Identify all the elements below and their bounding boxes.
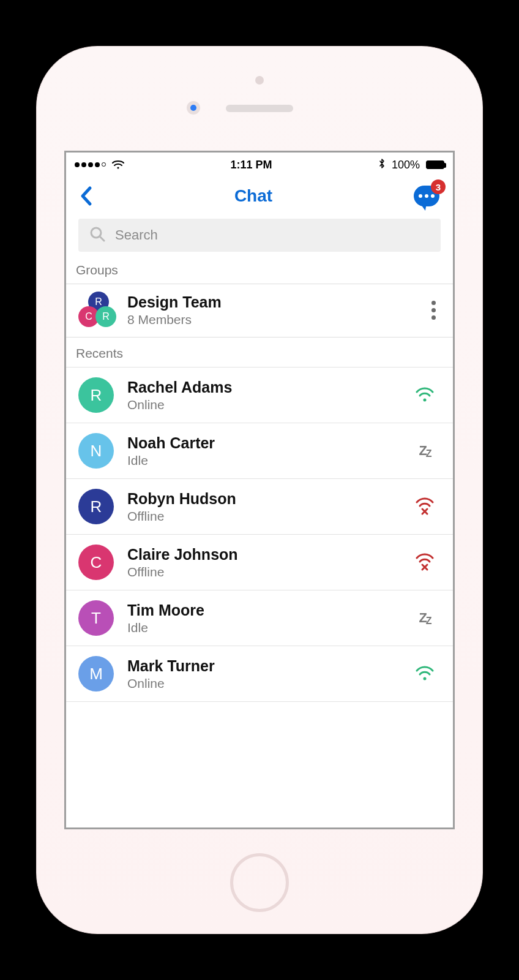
group-avatar: R [95,306,116,327]
home-button[interactable] [230,853,289,912]
contact-row[interactable]: NNoah CarterIdleZZ [66,423,453,479]
status-online-icon [414,666,436,682]
contacts-list: RRachel AdamsOnlineNNoah CarterIdleZZRRo… [66,367,453,702]
svg-line-2 [100,236,104,241]
contact-row[interactable]: MMark TurnerOnline [66,646,453,702]
contact-status: Online [127,398,414,412]
contact-row[interactable]: RRobyn HudsonOffline [66,479,453,535]
messages-button[interactable]: 3 [414,186,439,206]
status-idle-icon: ZZ [414,610,436,627]
contact-name: Robyn Hudson [127,490,414,508]
more-options-button[interactable] [428,297,439,323]
contact-row[interactable]: RRachel AdamsOnline [66,367,453,423]
avatar: M [78,656,114,692]
group-members: 8 Members [127,312,428,327]
svg-point-0 [117,167,119,168]
page-title: Chat [234,186,272,206]
avatar: R [78,377,114,413]
contact-row[interactable]: CClaire JohnsonOffline [66,535,453,590]
signal-strength-icon [75,162,106,167]
notification-badge: 3 [431,179,446,194]
battery-icon [426,160,444,169]
screen: 1:11 PM 100% Chat [64,151,455,829]
contact-name: Noah Carter [127,434,414,452]
group-row[interactable]: R C R Design Team 8 Members [66,284,453,337]
phone-frame: 1:11 PM 100% Chat [36,46,483,934]
group-avatars: R C R [76,292,120,328]
status-bar: 1:11 PM 100% [66,153,453,177]
front-camera [187,101,200,115]
search-field[interactable] [78,219,441,252]
status-idle-icon: ZZ [414,443,436,459]
back-button[interactable] [80,186,93,206]
contact-status: Offline [127,565,414,579]
contact-name: Tim Moore [127,601,414,619]
group-name: Design Team [127,293,428,311]
search-input[interactable] [115,227,430,243]
wifi-icon [112,160,124,170]
avatar: C [78,545,114,580]
phone-speaker [226,105,293,112]
avatar: T [78,600,114,636]
contact-name: Rachel Adams [127,379,414,396]
svg-point-3 [424,399,427,402]
contact-status: Idle [127,620,414,635]
proximity-sensor [255,76,264,85]
avatar: R [78,489,114,524]
search-icon [89,226,105,244]
bluetooth-icon [378,158,386,172]
avatar: N [78,433,114,469]
recents-section-label: Recents [66,337,453,367]
status-offline-icon [414,497,436,516]
contact-status: Online [127,676,414,691]
svg-point-8 [424,677,427,680]
status-offline-icon [414,553,436,571]
groups-section-label: Groups [66,259,453,284]
contact-name: Mark Turner [127,657,414,675]
contact-name: Claire Johnson [127,546,414,564]
status-time: 1:11 PM [230,159,272,172]
status-online-icon [414,387,436,403]
contact-status: Idle [127,453,414,468]
contact-row[interactable]: TTim MooreIdleZZ [66,590,453,646]
battery-percent: 100% [392,159,420,172]
contact-status: Offline [127,509,414,524]
app-header: Chat 3 [66,177,453,215]
